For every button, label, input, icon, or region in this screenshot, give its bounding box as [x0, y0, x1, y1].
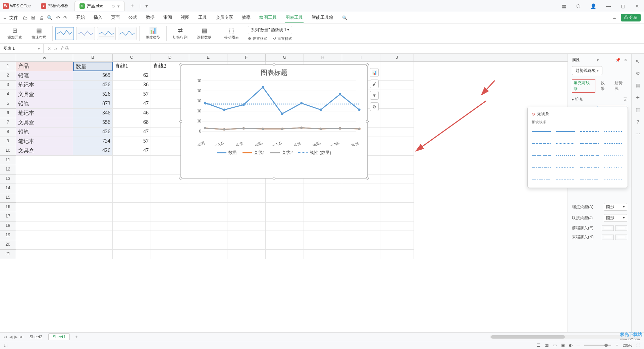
line-style-option[interactable] — [556, 164, 575, 171]
chart-style-gallery[interactable] — [55, 27, 137, 40]
endcap-select[interactable]: 圆形▾ — [604, 203, 627, 211]
legend-item[interactable]: 直线2 — [270, 150, 293, 156]
select-icon[interactable]: ↖ — [636, 58, 640, 64]
sheet-nav[interactable]: ⏮◀▶⏭ — [3, 335, 23, 339]
minimize-button[interactable]: — — [604, 3, 613, 9]
zoom-in-button[interactable]: ＋ — [615, 343, 619, 348]
add-element-button[interactable]: ⊞添加元素 — [4, 26, 25, 41]
panel-tab-trendline[interactable]: 趋势线 — [614, 79, 627, 93]
menu-page[interactable]: 页面 — [110, 12, 120, 23]
zoom-slider[interactable] — [584, 345, 611, 346]
end-arrow-size[interactable] — [615, 235, 627, 240]
join-select[interactable]: 圆形▾ — [604, 214, 627, 222]
sheet-add-button[interactable]: ＋ — [72, 334, 81, 340]
fullscreen-icon[interactable]: ⛶ — [636, 343, 640, 347]
line-style-option[interactable] — [604, 164, 624, 171]
clip-icon[interactable]: ▧ — [636, 107, 640, 113]
menu-chart-tools[interactable]: 图表工具 — [285, 12, 304, 23]
chart-legend[interactable]: 数量 直线1 直线2 线性 (数量) — [181, 146, 367, 159]
layers-icon[interactable]: ▤ — [636, 83, 640, 89]
chart-style-2[interactable] — [76, 27, 95, 40]
menu-smart-tools[interactable]: 智能工具箱 — [311, 12, 334, 23]
more-icon[interactable]: ⋯ — [635, 131, 640, 137]
menu-review[interactable]: 审阅 — [163, 12, 173, 23]
menu-data[interactable]: 数据 — [145, 12, 155, 23]
tab-list-button[interactable]: ▾ — [142, 1, 151, 10]
zoom-value[interactable]: 205% — [623, 343, 632, 347]
line-style-option[interactable] — [580, 152, 599, 159]
embedded-chart[interactable]: 图表标题 10008006004002000铅笔笔记本文具盒铅笔笔记本文具盒铅笔… — [180, 64, 368, 179]
line-style-option[interactable] — [580, 128, 599, 135]
fx-icon[interactable]: fx — [54, 46, 57, 51]
chart-filter-button[interactable]: ▼ — [370, 91, 379, 100]
share-button[interactable]: 凸 分享 — [621, 14, 641, 21]
legend-item[interactable]: 数量 — [217, 150, 237, 156]
line-style-option[interactable] — [604, 176, 624, 184]
select-data-button[interactable]: ▦选择数据 — [194, 26, 215, 41]
menu-insert[interactable]: 插入 — [93, 12, 103, 23]
line-style-option[interactable] — [556, 152, 575, 159]
chart-title[interactable]: 图表标题 — [181, 65, 367, 79]
tab-menu-icon[interactable]: ▾ — [117, 4, 120, 9]
view-reading-icon[interactable]: ▣ — [561, 343, 565, 348]
menu-tools[interactable]: 工具 — [198, 12, 208, 23]
line-style-option[interactable] — [532, 128, 551, 135]
zoom-out-button[interactable]: — — [577, 343, 580, 347]
line-style-option[interactable] — [604, 128, 624, 135]
line-style-option[interactable] — [556, 140, 575, 147]
theme-icon[interactable]: ◐ — [569, 343, 573, 348]
name-box[interactable]: 图表 1▾ — [0, 44, 44, 53]
hamburger-icon[interactable]: ≡ — [3, 15, 6, 20]
search-icon[interactable]: 🔍 — [342, 15, 347, 20]
panel-tab-fill-line[interactable]: 填充与线条 — [572, 79, 595, 93]
view-normal-icon[interactable]: ☰ — [537, 343, 541, 348]
tab-add-button[interactable]: ＋ — [126, 1, 138, 11]
line-style-option[interactable] — [532, 152, 551, 159]
chart-settings-button[interactable]: ⚙ — [370, 102, 379, 111]
menu-file[interactable]: 文件 — [9, 15, 18, 21]
legend-item[interactable]: 线性 (数量) — [298, 150, 331, 156]
end-arrow-style[interactable] — [602, 235, 614, 240]
cancel-icon[interactable]: ✕ — [48, 46, 51, 51]
set-format-button[interactable]: ⚙设置格式 ↺重置样式 — [248, 36, 292, 41]
avatar-icon[interactable]: 👤 — [588, 3, 598, 9]
grid-icon[interactable]: ▦ — [560, 3, 568, 9]
start-arrow-style[interactable] — [602, 226, 614, 231]
cloud-icon[interactable]: ☁ — [612, 15, 616, 20]
tab-document[interactable]: S 产品.xlsx ⟳ ▾ — [74, 1, 125, 11]
horizontal-scrollbar[interactable] — [490, 335, 641, 339]
menu-start[interactable]: 开始 — [75, 12, 86, 23]
menu-view[interactable]: 视图 — [180, 12, 190, 23]
menu-formula[interactable]: 公式 — [128, 12, 138, 23]
spreadsheet-grid[interactable]: ABCDEFGHIJ 12345678910111213141516171819… — [0, 54, 568, 332]
line-style-option[interactable] — [532, 140, 551, 147]
chart-style-3[interactable] — [97, 27, 116, 40]
undo-icon[interactable]: ↶ — [56, 15, 60, 20]
pin-icon[interactable]: 📌 — [615, 58, 621, 62]
tab-reload-icon[interactable]: ⟳ — [112, 4, 115, 9]
cube-icon[interactable]: ⬡ — [574, 3, 582, 9]
view-break-icon[interactable]: ▭ — [553, 343, 557, 348]
menu-member[interactable]: 会员专享 — [215, 12, 234, 23]
chart-style-4[interactable] — [118, 27, 137, 40]
trendline-options-selector[interactable]: 趋势线选项 ▾ — [572, 66, 602, 75]
help-icon[interactable]: ? — [636, 119, 639, 124]
start-arrow-size[interactable] — [615, 226, 627, 231]
view-page-icon[interactable]: ▦ — [545, 343, 549, 348]
change-type-button[interactable]: 📊更改类型 — [142, 26, 164, 41]
chart-style-1[interactable] — [55, 27, 74, 40]
close-button[interactable]: ✕ — [633, 3, 641, 9]
tools-icon[interactable]: ✦ — [636, 95, 640, 101]
line-style-option[interactable] — [532, 176, 551, 184]
switch-rc-button[interactable]: ⇄切换行列 — [169, 26, 191, 41]
print-icon[interactable]: 🖨 — [39, 15, 44, 20]
chart-elements-button[interactable]: 📊 — [370, 68, 379, 77]
menu-efficiency[interactable]: 效率 — [241, 12, 251, 23]
series-selector[interactable]: 系列"数量" 趋势线 1▾ — [248, 26, 292, 34]
line-style-option[interactable] — [556, 176, 575, 184]
chart-styles-button[interactable]: 🖌 — [370, 80, 379, 88]
save-icon[interactable]: 🖫 — [31, 15, 36, 20]
quick-layout-button[interactable]: ▤快速布局 — [28, 26, 50, 41]
open-icon[interactable]: 🗁 — [23, 15, 28, 20]
fill-value[interactable]: 无 — [623, 97, 627, 102]
